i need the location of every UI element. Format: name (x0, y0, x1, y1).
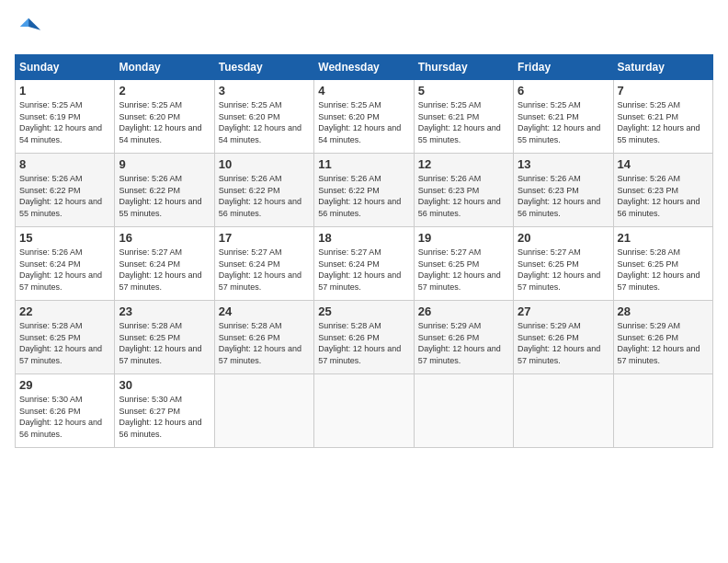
svg-marker-1 (20, 18, 28, 27)
day-info: Sunrise: 5:30 AMSunset: 6:26 PMDaylight:… (19, 394, 110, 440)
day-number: 4 (318, 84, 409, 98)
day-number: 11 (318, 157, 409, 171)
day-number: 24 (219, 304, 310, 318)
day-info: Sunrise: 5:25 AMSunset: 6:21 PMDaylight:… (418, 99, 509, 145)
day-number: 8 (19, 157, 110, 171)
day-info: Sunrise: 5:28 AMSunset: 6:25 PMDaylight:… (618, 247, 709, 293)
day-info: Sunrise: 5:27 AMSunset: 6:24 PMDaylight:… (318, 247, 409, 293)
day-number: 18 (318, 231, 409, 245)
calendar-week-row: 22Sunrise: 5:28 AMSunset: 6:25 PMDayligh… (16, 301, 713, 374)
day-number: 7 (618, 84, 709, 98)
day-info: Sunrise: 5:26 AMSunset: 6:22 PMDaylight:… (219, 173, 310, 219)
page-header (15, 15, 713, 45)
day-info: Sunrise: 5:28 AMSunset: 6:26 PMDaylight:… (318, 320, 409, 366)
calendar-cell: 18Sunrise: 5:27 AMSunset: 6:24 PMDayligh… (314, 227, 414, 301)
calendar-cell: 11Sunrise: 5:26 AMSunset: 6:22 PMDayligh… (314, 154, 414, 227)
day-info: Sunrise: 5:28 AMSunset: 6:25 PMDaylight:… (19, 320, 110, 366)
calendar-cell: 7Sunrise: 5:25 AMSunset: 6:21 PMDaylight… (613, 80, 712, 154)
day-info: Sunrise: 5:29 AMSunset: 6:26 PMDaylight:… (518, 320, 609, 366)
calendar-cell: 15Sunrise: 5:26 AMSunset: 6:24 PMDayligh… (16, 227, 115, 301)
day-info: Sunrise: 5:26 AMSunset: 6:23 PMDaylight:… (618, 173, 709, 219)
calendar-cell: 8Sunrise: 5:26 AMSunset: 6:22 PMDaylight… (16, 154, 115, 227)
day-info: Sunrise: 5:29 AMSunset: 6:26 PMDaylight:… (618, 320, 709, 366)
calendar-cell: 6Sunrise: 5:25 AMSunset: 6:21 PMDaylight… (514, 80, 613, 154)
calendar-cell: 4Sunrise: 5:25 AMSunset: 6:20 PMDaylight… (314, 80, 414, 154)
column-header-tuesday: Tuesday (214, 55, 313, 80)
calendar-cell (414, 374, 513, 448)
day-info: Sunrise: 5:25 AMSunset: 6:20 PMDaylight:… (219, 99, 310, 145)
calendar-week-row: 15Sunrise: 5:26 AMSunset: 6:24 PMDayligh… (16, 227, 713, 301)
day-info: Sunrise: 5:27 AMSunset: 6:25 PMDaylight:… (518, 247, 609, 293)
day-number: 1 (19, 84, 110, 98)
calendar-cell: 29Sunrise: 5:30 AMSunset: 6:26 PMDayligh… (16, 374, 115, 448)
day-number: 23 (119, 304, 210, 318)
day-info: Sunrise: 5:26 AMSunset: 6:22 PMDaylight:… (119, 173, 210, 219)
day-number: 16 (119, 231, 210, 245)
day-number: 22 (19, 304, 110, 318)
day-info: Sunrise: 5:29 AMSunset: 6:26 PMDaylight:… (418, 320, 509, 366)
calendar-week-row: 29Sunrise: 5:30 AMSunset: 6:26 PMDayligh… (16, 374, 713, 448)
day-info: Sunrise: 5:25 AMSunset: 6:21 PMDaylight:… (618, 99, 709, 145)
day-info: Sunrise: 5:28 AMSunset: 6:26 PMDaylight:… (219, 320, 310, 366)
day-number: 3 (219, 84, 310, 98)
logo-icon (17, 15, 42, 40)
column-header-thursday: Thursday (414, 55, 513, 80)
day-info: Sunrise: 5:25 AMSunset: 6:20 PMDaylight:… (318, 99, 409, 145)
day-info: Sunrise: 5:25 AMSunset: 6:21 PMDaylight:… (518, 99, 609, 145)
calendar-cell: 3Sunrise: 5:25 AMSunset: 6:20 PMDaylight… (214, 80, 313, 154)
calendar-cell: 26Sunrise: 5:29 AMSunset: 6:26 PMDayligh… (414, 301, 513, 374)
day-number: 6 (518, 84, 609, 98)
day-number: 19 (418, 231, 509, 245)
calendar-week-row: 1Sunrise: 5:25 AMSunset: 6:19 PMDaylight… (16, 80, 713, 154)
calendar-cell: 30Sunrise: 5:30 AMSunset: 6:27 PMDayligh… (115, 374, 214, 448)
day-number: 29 (19, 378, 110, 392)
calendar-cell: 25Sunrise: 5:28 AMSunset: 6:26 PMDayligh… (314, 301, 414, 374)
calendar-cell: 14Sunrise: 5:26 AMSunset: 6:23 PMDayligh… (613, 154, 712, 227)
day-info: Sunrise: 5:30 AMSunset: 6:27 PMDaylight:… (119, 394, 210, 440)
calendar-cell: 13Sunrise: 5:26 AMSunset: 6:23 PMDayligh… (514, 154, 613, 227)
day-info: Sunrise: 5:26 AMSunset: 6:22 PMDaylight:… (19, 173, 110, 219)
day-number: 5 (418, 84, 509, 98)
column-header-sunday: Sunday (16, 55, 115, 80)
calendar-cell: 2Sunrise: 5:25 AMSunset: 6:20 PMDaylight… (115, 80, 214, 154)
logo (15, 15, 42, 45)
column-header-monday: Monday (115, 55, 214, 80)
calendar-cell: 19Sunrise: 5:27 AMSunset: 6:25 PMDayligh… (414, 227, 513, 301)
day-number: 27 (518, 304, 609, 318)
day-info: Sunrise: 5:27 AMSunset: 6:24 PMDaylight:… (119, 247, 210, 293)
calendar-cell: 12Sunrise: 5:26 AMSunset: 6:23 PMDayligh… (414, 154, 513, 227)
day-number: 10 (219, 157, 310, 171)
day-info: Sunrise: 5:25 AMSunset: 6:19 PMDaylight:… (19, 99, 110, 145)
calendar-cell: 28Sunrise: 5:29 AMSunset: 6:26 PMDayligh… (613, 301, 712, 374)
day-info: Sunrise: 5:28 AMSunset: 6:25 PMDaylight:… (119, 320, 210, 366)
calendar-cell: 10Sunrise: 5:26 AMSunset: 6:22 PMDayligh… (214, 154, 313, 227)
day-number: 17 (219, 231, 310, 245)
calendar-header-row: SundayMondayTuesdayWednesdayThursdayFrid… (16, 55, 713, 80)
day-number: 28 (618, 304, 709, 318)
day-number: 25 (318, 304, 409, 318)
calendar-cell (214, 374, 313, 448)
calendar-cell: 9Sunrise: 5:26 AMSunset: 6:22 PMDaylight… (115, 154, 214, 227)
calendar-cell: 20Sunrise: 5:27 AMSunset: 6:25 PMDayligh… (514, 227, 613, 301)
calendar-table: SundayMondayTuesdayWednesdayThursdayFrid… (15, 54, 713, 448)
day-info: Sunrise: 5:27 AMSunset: 6:25 PMDaylight:… (418, 247, 509, 293)
calendar-cell: 27Sunrise: 5:29 AMSunset: 6:26 PMDayligh… (514, 301, 613, 374)
calendar-cell (514, 374, 613, 448)
calendar-cell: 1Sunrise: 5:25 AMSunset: 6:19 PMDaylight… (16, 80, 115, 154)
day-info: Sunrise: 5:26 AMSunset: 6:23 PMDaylight:… (518, 173, 609, 219)
day-number: 2 (119, 84, 210, 98)
calendar-cell: 16Sunrise: 5:27 AMSunset: 6:24 PMDayligh… (115, 227, 214, 301)
day-info: Sunrise: 5:26 AMSunset: 6:22 PMDaylight:… (318, 173, 409, 219)
day-number: 30 (119, 378, 210, 392)
day-number: 26 (418, 304, 509, 318)
day-info: Sunrise: 5:27 AMSunset: 6:24 PMDaylight:… (219, 247, 310, 293)
column-header-wednesday: Wednesday (314, 55, 414, 80)
day-number: 20 (518, 231, 609, 245)
day-number: 21 (618, 231, 709, 245)
day-info: Sunrise: 5:26 AMSunset: 6:24 PMDaylight:… (19, 247, 110, 293)
day-info: Sunrise: 5:26 AMSunset: 6:23 PMDaylight:… (418, 173, 509, 219)
calendar-cell (314, 374, 414, 448)
calendar-cell: 22Sunrise: 5:28 AMSunset: 6:25 PMDayligh… (16, 301, 115, 374)
day-number: 9 (119, 157, 210, 171)
calendar-cell: 17Sunrise: 5:27 AMSunset: 6:24 PMDayligh… (214, 227, 313, 301)
